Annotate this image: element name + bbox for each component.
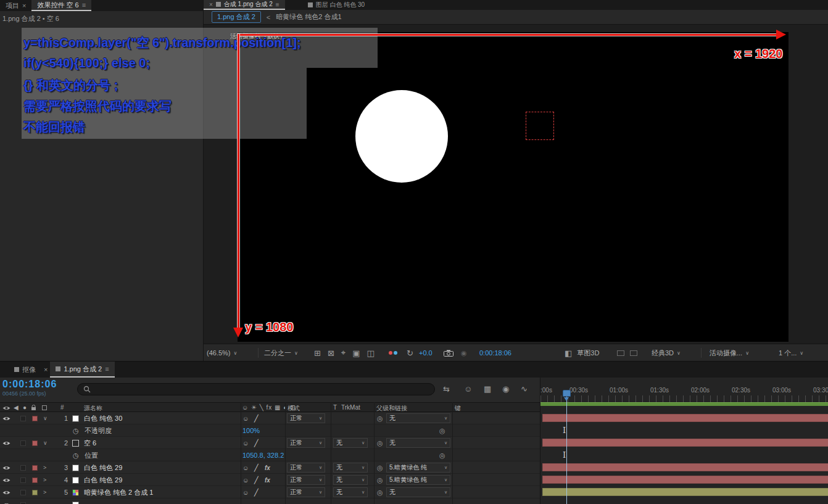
column-source-name[interactable]: 源名称 — [84, 404, 102, 413]
transparency-grid-icon[interactable]: ▣ — [352, 349, 360, 358]
layer-duration-bar[interactable] — [542, 476, 828, 484]
tab-timeline-comp[interactable]: 1.png 合成 2 ≡ — [50, 361, 114, 378]
layer-name[interactable]: 白色 纯色 30 — [84, 412, 122, 424]
current-time-display[interactable]: 0:00:18:06 — [2, 379, 57, 390]
expression-pickwhip-icon[interactable]: ◎ — [439, 424, 445, 437]
mode-select[interactable]: 正常 — [287, 487, 325, 497]
layer-name[interactable]: 空 6 — [84, 437, 96, 449]
solo-checkbox[interactable] — [20, 498, 26, 504]
fast-previews-button[interactable]: ◧ 草图3D — [563, 344, 599, 361]
panel-menu-icon[interactable]: ≡ — [105, 365, 109, 373]
eye-icon[interactable] — [2, 461, 10, 474]
parent-pickwhip-icon[interactable]: ◎ — [377, 437, 383, 449]
mask-visibility-icon[interactable]: ⊠ — [328, 349, 334, 358]
show-snapshot-icon[interactable]: ◉ — [461, 344, 467, 361]
stopwatch-icon[interactable]: ◷ — [73, 449, 79, 461]
renderer-select[interactable]: 经典3D ∨ — [652, 344, 681, 361]
layer-duration-bar[interactable] — [542, 439, 828, 447]
mode-select[interactable]: 正常 — [287, 413, 325, 423]
solo-checkbox[interactable] — [20, 412, 26, 424]
column-parent[interactable]: 父级和链接 — [376, 404, 407, 413]
graph-editor-icon[interactable]: ∿ — [521, 384, 528, 394]
shy-icon[interactable]: ☺ — [242, 412, 249, 424]
exposure-value[interactable]: +0.0 — [419, 344, 433, 361]
shy-master-icon[interactable]: ☺ — [464, 384, 472, 394]
expander-icon[interactable]: ∨ — [43, 437, 48, 449]
trkmat-select[interactable]: 无 — [333, 463, 368, 473]
wireframe-window-icon[interactable] — [617, 350, 624, 356]
layer-duration-bar[interactable] — [542, 463, 828, 471]
trkmat-select[interactable]: 无 — [333, 438, 368, 448]
layer-name[interactable]: 白色 纯色 29 — [84, 461, 122, 474]
expander-icon[interactable]: > — [43, 474, 46, 486]
resolution-select[interactable]: 二分之一 ∨ — [264, 344, 298, 361]
tab-composition[interactable]: × 合成 1.png 合成 2 ≡ — [204, 0, 285, 10]
label-chip[interactable] — [32, 461, 38, 474]
expander-icon[interactable]: ∨ — [43, 412, 48, 424]
playhead-line[interactable] — [566, 392, 567, 504]
expander-icon[interactable]: > — [43, 486, 46, 498]
property-name[interactable]: 不透明度 — [85, 424, 112, 437]
solo-checkbox[interactable] — [20, 437, 26, 449]
quality-icon[interactable]: ╱ — [254, 474, 259, 486]
mode-select[interactable]: 正常 — [287, 475, 325, 485]
parent-select[interactable]: 5.暗黄绿色 纯 — [386, 475, 450, 485]
eye-icon[interactable] — [2, 437, 10, 449]
motion-blur-icon[interactable]: ◉ — [502, 384, 509, 394]
timeline-search-input[interactable] — [77, 383, 435, 395]
frame-blend-icon[interactable]: ▦ — [484, 384, 491, 394]
tab-keying[interactable]: 抠像 — [9, 361, 41, 378]
zoom-select[interactable]: (46.5%) ∨ — [207, 344, 237, 361]
column-key[interactable]: 键 — [455, 404, 461, 413]
solo-checkbox[interactable] — [20, 486, 26, 498]
trkmat-select[interactable]: 无 — [333, 487, 368, 497]
playhead-handle[interactable] — [563, 390, 571, 397]
show-channels-icon[interactable] — [389, 344, 395, 361]
parent-pickwhip-icon[interactable]: ◎ — [377, 486, 383, 498]
label-chip[interactable] — [32, 486, 38, 498]
label-chip[interactable] — [32, 474, 38, 486]
column-mode[interactable]: 模式 — [288, 404, 300, 413]
panel-menu-icon[interactable]: ≡ — [276, 1, 279, 8]
eye-icon[interactable] — [2, 412, 10, 424]
parent-select[interactable]: 无 — [386, 438, 450, 448]
panel-menu-icon[interactable]: ≡ — [82, 1, 86, 9]
eye-icon[interactable] — [2, 474, 10, 486]
breadcrumb-current-comp[interactable]: 1.png 合成 2 — [212, 11, 261, 23]
tab-layer[interactable]: 图层 白色 纯色 30 — [302, 0, 370, 10]
composition-frame[interactable] — [238, 32, 789, 342]
quality-icon[interactable]: ╱ — [254, 486, 259, 498]
time-ruler[interactable] — [540, 395, 828, 402]
parent-pickwhip-icon[interactable]: ◎ — [377, 461, 383, 474]
eye-icon[interactable] — [2, 498, 10, 504]
property-name[interactable]: 位置 — [85, 449, 98, 461]
preview-timecode[interactable]: 0:00:18:06 — [479, 344, 511, 361]
label-chip[interactable] — [32, 437, 38, 449]
view-select[interactable]: 活动摄像... ∨ — [710, 344, 749, 361]
shy-icon[interactable]: ☺ — [242, 486, 249, 498]
shy-icon[interactable]: ☺ — [242, 461, 249, 474]
fx-badge[interactable]: fx — [265, 461, 270, 474]
close-icon[interactable]: × — [209, 1, 213, 8]
eye-icon[interactable] — [2, 486, 10, 498]
parent-pickwhip-icon[interactable]: ◎ — [377, 412, 383, 424]
expression-pickwhip-icon[interactable]: ◎ — [439, 449, 445, 461]
shy-icon[interactable]: ☺ — [242, 437, 249, 449]
quality-icon[interactable]: ╱ — [254, 437, 259, 449]
quality-icon[interactable]: ╱ — [254, 461, 259, 474]
quality-icon[interactable]: ╱ — [254, 412, 259, 424]
composition-canvas[interactable]: 活动摄像机（默认） — [204, 25, 828, 344]
fx-badge[interactable]: fx — [265, 474, 270, 486]
breadcrumb-parent-comp[interactable]: 暗黄绿色 纯色2 合成1 — [276, 12, 341, 22]
null-layer-selection-box[interactable] — [526, 112, 554, 140]
shy-icon[interactable]: ☺ — [242, 474, 249, 486]
column-trkmat[interactable]: TrkMat — [341, 404, 360, 411]
comp-flowchart-icon[interactable]: ⇆ — [443, 384, 450, 394]
label-chip[interactable] — [32, 412, 38, 424]
mode-select[interactable]: 正常 — [287, 463, 325, 473]
tab-effect-controls[interactable]: 效果控件 空 6 ≡ — [31, 0, 91, 11]
tab-project[interactable]: 项目 × — [0, 0, 31, 11]
expander-icon[interactable]: > — [43, 461, 46, 474]
close-icon[interactable]: × — [22, 2, 26, 9]
layer-name[interactable]: 白色 纯色 29 — [84, 474, 122, 486]
